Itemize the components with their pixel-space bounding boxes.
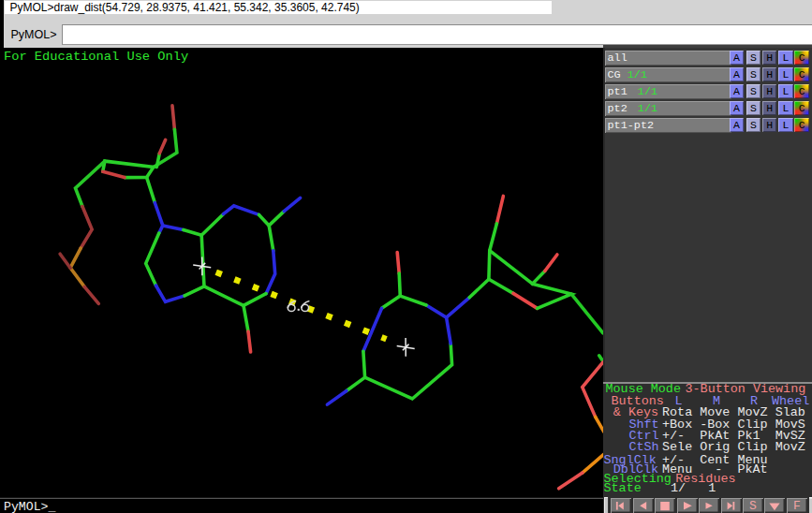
svg-text:For Educational Use Only: For Educational Use Only [4,50,188,64]
svg-text:PyMOL>_: PyMOL>_ [4,500,55,513]
